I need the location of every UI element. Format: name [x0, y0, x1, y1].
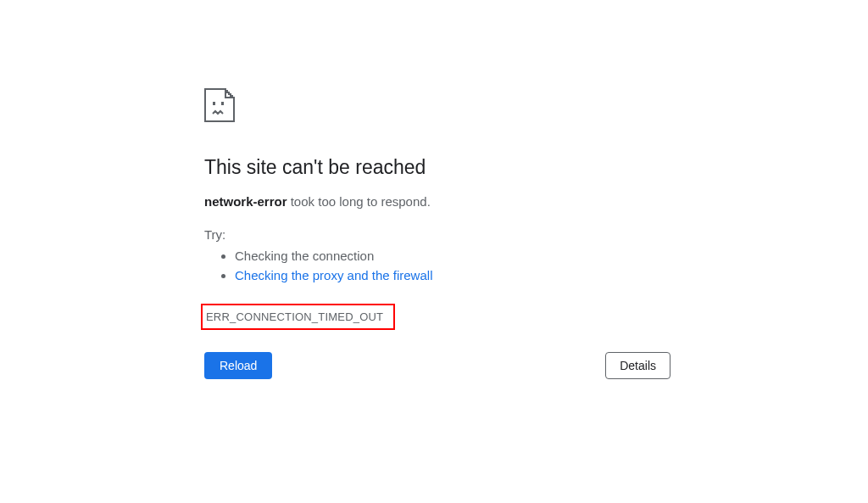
error-title: This site can't be reached [204, 156, 670, 179]
suggestion-link[interactable]: Checking the proxy and the firewall [235, 268, 432, 282]
error-subtitle-suffix: took too long to respond. [287, 194, 431, 209]
error-code: ERR_CONNECTION_TIMED_OUT [206, 310, 383, 323]
reload-button[interactable]: Reload [204, 352, 272, 379]
svg-rect-1 [221, 102, 224, 105]
error-page-content: This site can't be reached network-error… [204, 88, 670, 330]
button-row: Reload Details [204, 352, 670, 379]
details-button[interactable]: Details [605, 352, 670, 379]
svg-rect-0 [213, 102, 215, 105]
sad-page-icon [204, 88, 235, 122]
error-host: network-error [204, 194, 287, 209]
error-code-highlight: ERR_CONNECTION_TIMED_OUT [201, 304, 395, 330]
suggestion-item: Checking the proxy and the firewall [235, 266, 670, 286]
suggestion-item: Checking the connection [235, 247, 670, 266]
error-subtitle: network-error took too long to respond. [204, 194, 670, 209]
try-label: Try: [204, 227, 670, 242]
suggestion-text: Checking the connection [235, 249, 374, 263]
suggestion-list: Checking the connection Checking the pro… [204, 247, 670, 285]
